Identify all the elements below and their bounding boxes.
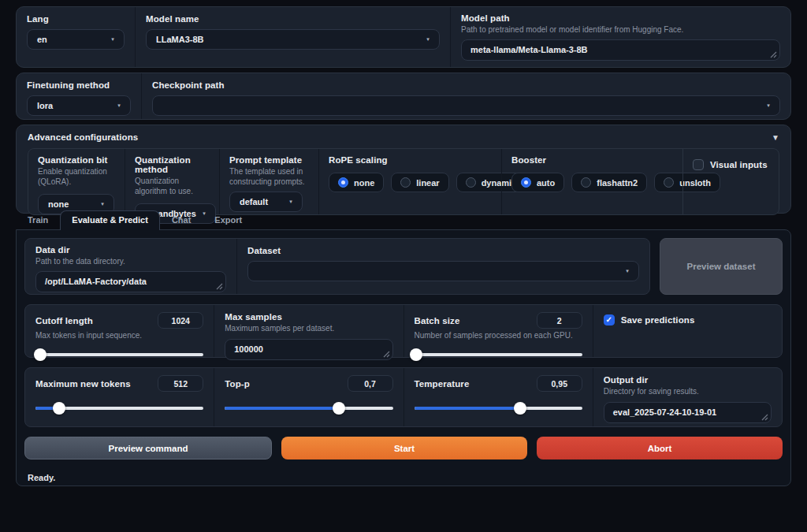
model-name-group: Model name LLaMA3-8B ▼ [135, 7, 450, 67]
finetuning-method-dropdown[interactable]: lora ▼ [27, 95, 131, 116]
data-dir-input[interactable]: /opt/LLaMA-Factory/data [35, 271, 226, 292]
max-samples-input[interactable]: 100000 [225, 339, 392, 360]
checkpoint-path-group: Checkpoint path ▼ [141, 73, 790, 119]
save-predictions-label: Save predictions [621, 315, 695, 325]
max-new-tokens-label: Maximum new tokens [35, 379, 131, 389]
temperature-slider[interactable] [415, 402, 582, 415]
top-p-slider[interactable] [225, 402, 392, 415]
start-button[interactable]: Start [281, 437, 527, 459]
cutoff-length-info: Max tokens in input sequence. [35, 331, 203, 341]
finetuning-method-label: Finetuning method [27, 80, 131, 90]
top-p-label: Top-p [225, 379, 250, 389]
slider-fill [225, 407, 339, 410]
resize-handle-icon[interactable] [383, 351, 390, 358]
temperature-number-input[interactable]: 0,95 [537, 375, 582, 392]
cutoff-length-number-input[interactable]: 1024 [158, 312, 203, 329]
slider-handle[interactable] [53, 402, 65, 415]
max-samples-info: Maximum samples per dataset. [225, 324, 392, 334]
visual-inputs-group: ✓ Visual inputs [682, 149, 779, 214]
model-path-value: meta-llama/Meta-Llama-3-8B [470, 45, 588, 54]
tab-evaluate-predict[interactable]: Evaluate & Predict [60, 210, 160, 230]
preview-dataset-button[interactable]: Preview dataset [660, 238, 783, 295]
quantization-bit-value: none [48, 199, 69, 209]
preview-command-button[interactable]: Preview command [24, 437, 272, 459]
slider-fill [415, 407, 520, 410]
temperature-group: Temperature 0,95 [404, 368, 593, 426]
data-dir-label: Data dir [35, 245, 226, 255]
model-name-value: LLaMA3-8B [156, 35, 204, 44]
booster-group: Booster auto flashattn2 unsloth [501, 149, 682, 214]
radio-icon [664, 177, 674, 188]
temperature-label: Temperature [415, 379, 470, 389]
tab-chat[interactable]: Chat [160, 210, 203, 229]
status-text: Ready. [24, 473, 783, 482]
abort-button[interactable]: Abort [537, 437, 783, 459]
max-new-tokens-group: Maximum new tokens 512 [25, 368, 214, 426]
booster-auto-radio[interactable]: auto [511, 173, 564, 192]
dataset-dropdown[interactable]: ▼ [247, 261, 639, 281]
eval-params-row2: Maximum new tokens 512 Top-p 0,7 [24, 367, 783, 427]
top-p-group: Top-p 0,7 [214, 368, 403, 426]
finetuning-method-group: Finetuning method lora ▼ [17, 73, 141, 119]
booster-flashattn2-radio[interactable]: flashattn2 [571, 173, 647, 192]
lang-dropdown[interactable]: en ▼ [27, 29, 125, 50]
finetuning-method-value: lora [37, 101, 53, 110]
output-dir-input[interactable]: eval_2025-07-24-10-19-01 [604, 402, 772, 423]
checkpoint-path-dropdown[interactable]: ▼ [152, 95, 780, 116]
slider-handle[interactable] [34, 348, 46, 361]
visual-inputs-checkbox[interactable]: ✓ [693, 159, 704, 170]
cutoff-length-group: Cutoff length 1024 Max tokens in input s… [25, 305, 214, 357]
chevron-down-icon: ▼ [288, 199, 293, 204]
output-dir-label: Output dir [604, 375, 772, 385]
eval-params-row1: Cutoff length 1024 Max tokens in input s… [24, 304, 783, 358]
slider-handle[interactable] [514, 402, 526, 415]
model-name-dropdown[interactable]: LLaMA3-8B ▼ [146, 29, 440, 50]
resize-handle-icon[interactable] [216, 283, 223, 290]
max-new-tokens-slider[interactable] [35, 402, 203, 415]
collapse-arrow-icon[interactable]: ▼ [772, 133, 779, 142]
check-icon: ✓ [606, 316, 612, 324]
batch-size-number-input[interactable]: 2 [537, 312, 582, 329]
rope-scaling-group: RoPE scaling none linear dynamic [318, 149, 501, 214]
evaluate-predict-panel: Data dir Path to the data directory. /op… [16, 229, 791, 486]
save-predictions-checkbox[interactable]: ✓ [604, 314, 615, 326]
chevron-down-icon: ▼ [426, 37, 430, 42]
output-dir-value: eval_2025-07-24-10-19-01 [613, 407, 717, 417]
dataset-group: Dataset ▼ [236, 239, 649, 294]
rope-none-radio[interactable]: none [329, 173, 384, 192]
prompt-template-dropdown[interactable]: default ▼ [229, 192, 303, 212]
rope-none-label: none [354, 178, 374, 188]
rope-linear-radio[interactable]: linear [391, 173, 448, 192]
lang-label: Lang [27, 14, 125, 24]
quantization-method-info: Quantization algorithm to use. [135, 177, 210, 196]
batch-size-label: Batch size [415, 316, 460, 326]
tab-export[interactable]: Export [203, 210, 254, 229]
slider-handle[interactable] [333, 402, 345, 415]
llama-factory-app: Lang en ▼ Model name LLaMA3-8B ▼ Model p… [0, 0, 807, 532]
rope-scaling-label: RoPE scaling [329, 155, 492, 165]
booster-auto-label: auto [537, 178, 555, 188]
radio-icon [581, 177, 591, 188]
cutoff-length-slider[interactable] [35, 348, 203, 361]
batch-size-slider[interactable] [415, 348, 582, 361]
quantization-bit-info: Enable quantization (QLoRA). [38, 167, 115, 187]
save-predictions-group: ✓ Save predictions [593, 305, 782, 357]
slider-track[interactable] [35, 353, 203, 356]
radio-icon [338, 177, 348, 188]
booster-flashattn2-label: flashattn2 [597, 178, 638, 188]
quantization-method-group: Quantization method Quantization algorit… [125, 149, 219, 214]
top-p-number-input[interactable]: 0,7 [348, 375, 393, 392]
slider-handle[interactable] [410, 348, 422, 361]
dataset-label: Dataset [247, 246, 639, 255]
max-new-tokens-number-input[interactable]: 512 [158, 375, 203, 392]
resize-handle-icon[interactable] [761, 414, 768, 421]
prompt-template-group: Prompt template The template used in con… [219, 149, 318, 214]
max-samples-group: Max samples Maximum samples per dataset.… [214, 305, 403, 357]
tab-train[interactable]: Train [16, 210, 60, 229]
checkpoint-path-label: Checkpoint path [152, 80, 780, 90]
resize-handle-icon[interactable] [770, 51, 777, 58]
model-path-input[interactable]: meta-llama/Meta-Llama-3-8B [461, 39, 780, 61]
lang-group: Lang en ▼ [17, 7, 135, 67]
slider-track[interactable] [415, 353, 582, 356]
visual-inputs-label: Visual inputs [710, 160, 768, 169]
